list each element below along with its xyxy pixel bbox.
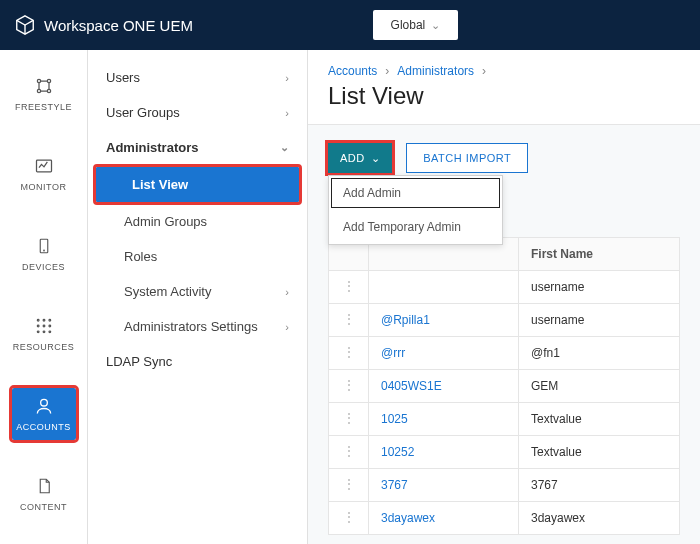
- svg-point-1: [47, 79, 50, 82]
- breadcrumb-item[interactable]: Administrators: [397, 64, 474, 78]
- svg-point-14: [43, 331, 45, 333]
- icon-rail: FREESTYLE MONITOR DEVICES RESOURCES ACCO…: [0, 50, 88, 544]
- row-actions[interactable]: ⋮: [329, 403, 369, 436]
- table-row: ⋮@Rpilla1username: [329, 304, 680, 337]
- nav-label: List View: [132, 177, 188, 192]
- first-name-cell: 3dayawex: [519, 502, 680, 535]
- svg-point-13: [37, 331, 39, 333]
- page-title: List View: [308, 82, 700, 124]
- row-actions[interactable]: ⋮: [329, 337, 369, 370]
- kebab-icon: ⋮: [342, 482, 356, 486]
- nav-roles[interactable]: Roles: [88, 239, 307, 274]
- kebab-icon: ⋮: [342, 449, 356, 453]
- resources-icon: [34, 316, 54, 336]
- username-link[interactable]: 3767: [381, 478, 408, 492]
- username-link[interactable]: @rrr: [381, 346, 405, 360]
- svg-point-12: [49, 325, 51, 327]
- side-nav: Users › User Groups › Administrators ⌄ L…: [88, 50, 308, 544]
- freestyle-icon: [34, 76, 54, 96]
- nav-label: Administrators Settings: [124, 319, 258, 334]
- breadcrumb-item[interactable]: Accounts: [328, 64, 377, 78]
- first-name-cell: 3767: [519, 469, 680, 502]
- nav-label: Users: [106, 70, 140, 85]
- row-actions[interactable]: ⋮: [329, 304, 369, 337]
- table-row: ⋮@rrr@fn1: [329, 337, 680, 370]
- accounts-icon: [34, 396, 54, 416]
- row-actions[interactable]: ⋮: [329, 436, 369, 469]
- svg-point-11: [43, 325, 45, 327]
- first-name-cell: @fn1: [519, 337, 680, 370]
- nav-admin-settings[interactable]: Administrators Settings ›: [88, 309, 307, 344]
- kebab-icon: ⋮: [342, 284, 356, 288]
- row-actions[interactable]: ⋮: [329, 370, 369, 403]
- username-link[interactable]: 10252: [381, 445, 414, 459]
- content-area: Accounts › Administrators › List View AD…: [308, 50, 700, 544]
- kebab-icon: ⋮: [342, 383, 356, 387]
- product-name: Workspace ONE UEM: [44, 17, 193, 34]
- kebab-icon: ⋮: [342, 416, 356, 420]
- first-name-cell: username: [519, 304, 680, 337]
- org-selector[interactable]: Global ⌄: [373, 10, 458, 40]
- first-name-cell: Textvalue: [519, 403, 680, 436]
- rail-content[interactable]: CONTENT: [12, 468, 76, 520]
- svg-point-16: [40, 399, 47, 406]
- nav-label: System Activity: [124, 284, 211, 299]
- username-link[interactable]: 1025: [381, 412, 408, 426]
- rail-monitor[interactable]: MONITOR: [12, 148, 76, 200]
- rail-accounts[interactable]: ACCOUNTS: [12, 388, 76, 440]
- rail-devices[interactable]: DEVICES: [12, 228, 76, 280]
- nav-user-groups[interactable]: User Groups ›: [88, 95, 307, 130]
- top-bar: Workspace ONE UEM Global ⌄: [0, 0, 700, 50]
- batch-import-button[interactable]: BATCH IMPORT: [406, 143, 528, 173]
- svg-point-7: [37, 319, 39, 321]
- rail-label: ACCOUNTS: [16, 422, 71, 432]
- toolbar: ADD ⌄ BATCH IMPORT: [328, 143, 680, 173]
- table-row: ⋮1025Textvalue: [329, 403, 680, 436]
- nav-list-view[interactable]: List View: [96, 167, 299, 202]
- breadcrumb: Accounts › Administrators ›: [308, 50, 700, 82]
- nav-label: Administrators: [106, 140, 198, 155]
- chevron-right-icon: ›: [285, 286, 289, 298]
- first-name-cell: username: [519, 271, 680, 304]
- row-actions[interactable]: ⋮: [329, 502, 369, 535]
- rail-resources[interactable]: RESOURCES: [12, 308, 76, 360]
- add-button[interactable]: ADD ⌄: [328, 143, 392, 173]
- dropdown-add-temp-admin[interactable]: Add Temporary Admin: [329, 210, 502, 244]
- kebab-icon: ⋮: [342, 317, 356, 321]
- dropdown-add-admin[interactable]: Add Admin: [329, 176, 502, 210]
- username-link[interactable]: 3dayawex: [381, 511, 435, 525]
- nav-label: Admin Groups: [124, 214, 207, 229]
- username-link[interactable]: 0405WS1E: [381, 379, 442, 393]
- col-first-name[interactable]: First Name: [519, 238, 680, 271]
- chevron-right-icon: ›: [285, 107, 289, 119]
- nav-administrators[interactable]: Administrators ⌄: [88, 130, 307, 165]
- kebab-icon: ⋮: [342, 350, 356, 354]
- button-label: ADD: [340, 152, 365, 164]
- username-link[interactable]: @Rpilla1: [381, 313, 430, 327]
- rail-freestyle[interactable]: FREESTYLE: [12, 68, 76, 120]
- rail-label: DEVICES: [22, 262, 65, 272]
- chevron-down-icon: ⌄: [431, 19, 440, 32]
- breadcrumb-sep: ›: [482, 64, 486, 78]
- chevron-right-icon: ›: [285, 72, 289, 84]
- table-row: ⋮10252Textvalue: [329, 436, 680, 469]
- nav-users[interactable]: Users ›: [88, 60, 307, 95]
- admin-table: First Name ⋮username⋮@Rpilla1username⋮@r…: [328, 237, 680, 535]
- nav-ldap-sync[interactable]: LDAP Sync: [88, 344, 307, 379]
- svg-point-10: [37, 325, 39, 327]
- org-selector-label: Global: [391, 18, 426, 32]
- table-row: ⋮3dayawex3dayawex: [329, 502, 680, 535]
- product-logo: Workspace ONE UEM: [14, 14, 193, 36]
- table-row: ⋮37673767: [329, 469, 680, 502]
- nav-label: User Groups: [106, 105, 180, 120]
- nav-admin-groups[interactable]: Admin Groups: [88, 204, 307, 239]
- toolbar-region: ADD ⌄ BATCH IMPORT Add Admin Add Tempora…: [308, 124, 700, 544]
- devices-icon: [35, 236, 53, 256]
- row-actions[interactable]: ⋮: [329, 271, 369, 304]
- svg-point-0: [37, 79, 40, 82]
- table-row: ⋮username: [329, 271, 680, 304]
- row-actions[interactable]: ⋮: [329, 469, 369, 502]
- nav-system-activity[interactable]: System Activity ›: [88, 274, 307, 309]
- table-row: ⋮0405WS1EGEM: [329, 370, 680, 403]
- kebab-icon: ⋮: [342, 515, 356, 519]
